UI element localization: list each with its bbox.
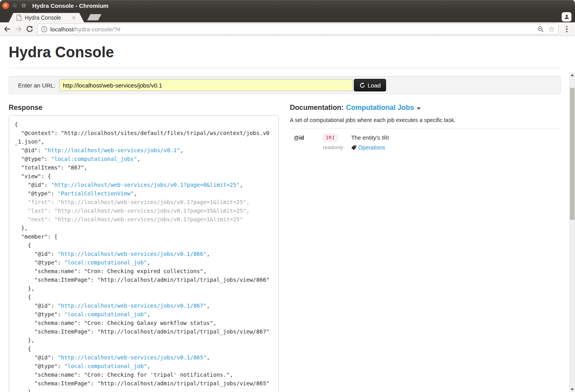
json-text: _1.json", (15, 139, 44, 145)
operations-link[interactable]: Operations (351, 144, 561, 151)
json-text: "member": [ (15, 233, 58, 240)
json-text: , (147, 311, 150, 317)
window-titlebar: × – Hydra Console - Chromium (0, 0, 575, 11)
json-text: { (15, 346, 31, 352)
json-text: "schema:name": "Cron: Checking expired c… (15, 268, 207, 274)
menu-dot (566, 26, 568, 27)
class-dropdown-link[interactable]: Computational Jobs (346, 104, 414, 112)
zoom-icon[interactable] (537, 26, 544, 33)
chevron-down-icon[interactable] (417, 108, 421, 109)
load-button-label: Load (368, 82, 381, 89)
json-text: "schema:name": "Cron: Checking Galaxy wo… (15, 320, 216, 326)
json-text: "@id": (15, 354, 58, 361)
window-title: Hydra Console - Chromium (32, 2, 108, 9)
json-text: "@id": (15, 251, 58, 257)
json-text: }, (15, 225, 28, 231)
page-scrollbar[interactable] (569, 72, 575, 392)
json-text: "next": "http://localhost/web-services/j… (15, 216, 243, 222)
browser-toolbar: localhost/hydra-console/?# ☆ (0, 22, 575, 36)
tab-close-icon[interactable]: × (71, 15, 76, 20)
json-text: "schema:name": "Cron: Checking for 'trip… (15, 372, 233, 378)
back-arrow-icon (4, 26, 11, 33)
response-json: { "@context": "http://localhost/sites/de… (15, 120, 273, 392)
scroll-down-arrow-icon[interactable] (569, 387, 575, 392)
browser-tab[interactable]: Hydra Console × (9, 13, 84, 22)
json-text: { (15, 294, 31, 300)
json-text: "last": "http://localhost/web-services/j… (15, 208, 249, 214)
json-text: }, (15, 337, 35, 343)
json-text: "view": { (15, 173, 51, 179)
load-button[interactable]: Load (354, 79, 386, 91)
json-text: , (134, 190, 137, 197)
property-type-badge: IRI (323, 133, 337, 142)
json-link[interactable]: "http://localhost/web-services/jobs/v0.1… (58, 354, 207, 361)
property-row: @id IRI The entity's IRI readonly Operat… (290, 133, 561, 151)
json-link[interactable]: "local:computational_job" (64, 363, 147, 369)
reload-icon (26, 26, 33, 33)
forward-button[interactable] (13, 24, 24, 35)
menu-dot (566, 31, 568, 33)
json-link[interactable]: "http://localhost/web-services/jobs/v0.1… (58, 303, 207, 309)
json-text: "@type": (15, 363, 64, 369)
page-title: Hydra Console (9, 44, 561, 61)
json-text: } (15, 389, 31, 392)
json-text: "schema:ItemPage": "http://localhost/adm… (15, 277, 269, 283)
json-text: "schema:ItemPage": "http://localhost/adm… (15, 328, 269, 335)
property-name: @id (294, 133, 323, 141)
new-tab-button[interactable] (87, 14, 102, 20)
url-form: Enter an URL: Load (9, 76, 561, 94)
json-link[interactable]: "local:computational_jobs" (51, 156, 137, 162)
scroll-up-arrow-icon[interactable] (569, 73, 575, 77)
json-link[interactable]: "PartialCollectionView" (58, 190, 134, 197)
page-info-icon[interactable] (41, 26, 48, 33)
browser-menu-button[interactable] (562, 24, 572, 34)
back-button[interactable] (2, 24, 13, 35)
response-heading: Response (9, 104, 279, 112)
address-bar[interactable]: localhost/hydra-console/?# ☆ (37, 24, 559, 35)
json-link[interactable]: "local:computational_job" (64, 311, 147, 317)
json-link[interactable]: "local:computational_job" (64, 259, 147, 266)
service-url-input[interactable] (59, 79, 353, 91)
web-page: Hydra Console Enter an URL: Load Respons… (0, 36, 575, 392)
response-panel: { "@context": "http://localhost/sites/de… (9, 115, 279, 392)
json-text: "@type": (15, 190, 58, 197)
tag-icon (351, 145, 357, 150)
json-text: , (207, 251, 210, 257)
json-text: "@id": (15, 303, 58, 309)
json-link[interactable]: "http://localhost/web-services/jobs/v0.1… (58, 251, 207, 257)
json-text: "@type": (15, 311, 64, 317)
url-host: localhost (50, 26, 73, 33)
maximize-icon (22, 4, 25, 7)
json-text: "@type": (15, 156, 51, 162)
json-text: "first": "http://localhost/web-services/… (15, 199, 249, 205)
response-section: Response { "@context": "http://localhost… (9, 104, 279, 392)
json-link[interactable]: "http://localhost/web-services/jobs/v0.1… (51, 182, 240, 188)
reload-button[interactable] (24, 24, 35, 35)
json-text: "@id": (15, 147, 44, 153)
page-icon (16, 15, 22, 21)
profile-button[interactable] (562, 12, 571, 22)
json-text: , (207, 303, 210, 309)
browser-window: × – Hydra Console - Chromium Hydra Conso… (0, 0, 575, 392)
window-close-button[interactable]: × (2, 2, 9, 9)
window-minimize-button[interactable]: – (11, 2, 18, 9)
json-text: , (147, 259, 150, 266)
bookmark-star-icon[interactable]: ☆ (548, 26, 555, 33)
json-text: "@id": (15, 182, 51, 188)
url-input-label: Enter an URL: (12, 82, 59, 89)
json-text: , (240, 182, 243, 188)
window-maximize-button[interactable] (20, 2, 27, 9)
json-text: "totalItems": "867", (15, 164, 87, 171)
json-text: }, (15, 285, 35, 292)
divider (9, 68, 561, 68)
profile-avatar-icon (564, 14, 570, 20)
operations-label: Operations (358, 144, 385, 151)
json-link[interactable]: "http://localhost/web-services/jobs/v0.1… (44, 147, 180, 153)
class-description: A set of computational jobs where each j… (290, 117, 561, 123)
scrollbar-thumb[interactable] (570, 88, 575, 220)
forward-arrow-icon (15, 26, 22, 33)
url-text[interactable]: localhost/hydra-console/?# (50, 26, 537, 33)
divider (290, 128, 561, 129)
menu-dot (566, 28, 568, 30)
refresh-icon (359, 82, 365, 88)
